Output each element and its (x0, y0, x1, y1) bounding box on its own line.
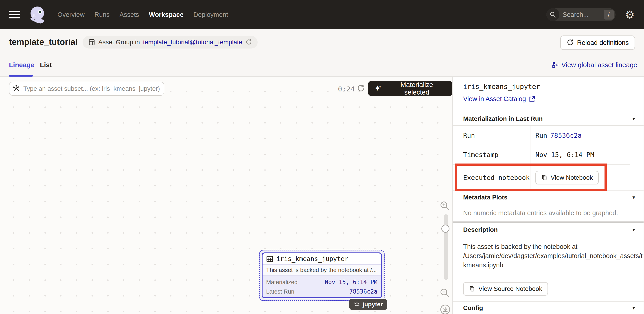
chevron-down-icon[interactable]: ▼ (632, 116, 636, 122)
materialized-row: Materialized Nov 15, 6:14 PM (266, 277, 378, 287)
section-title: Metadata Plots (463, 194, 508, 201)
timestamp-label: Timestamp (453, 151, 530, 159)
nav-links: Overview Runs Assets Workspace Deploymen… (58, 11, 228, 19)
section-metadata-plots[interactable]: Metadata Plots ▼ (453, 190, 644, 204)
nav-item-runs[interactable]: Runs (94, 11, 110, 19)
chevron-down-icon[interactable]: ▼ (632, 195, 636, 200)
zoom-out-icon[interactable] (439, 287, 450, 298)
chevron-down-icon[interactable]: ▼ (632, 305, 636, 311)
section-title: Materialization in Last Run (463, 115, 543, 122)
asset-group-label: Asset Group in (98, 39, 140, 46)
nav-item-assets[interactable]: Assets (120, 11, 139, 19)
tab-list[interactable]: List (40, 61, 52, 69)
latest-run-row: Latest Run 78536c2a (266, 287, 378, 296)
sparkles-icon: ✦✦ (374, 85, 384, 93)
zoom-slider-handle[interactable] (442, 225, 450, 233)
tab-lineage[interactable]: Lineage (9, 61, 34, 69)
section-title: Description (463, 226, 498, 233)
lineage-graph-panel[interactable]: 0:24 ✦✦ Materialize selected iris_kmeans… (0, 77, 453, 314)
description-line: kmeans.ipynb (463, 260, 640, 270)
asset-node-description: This asset is backed by the notebook at … (262, 265, 381, 275)
metadata-plots-empty-message: No numeric metadata entries available to… (463, 209, 618, 217)
external-link-icon (529, 96, 536, 102)
table-row-executed-notebook: Executed notebook View Notebook (453, 165, 630, 190)
run-id-link[interactable]: 78536c2a (550, 132, 582, 139)
fit-view-button[interactable] (440, 304, 450, 314)
table-column-divider (530, 126, 530, 190)
run-label: Run (453, 132, 530, 139)
reload-definitions-label: Reload definitions (577, 39, 629, 47)
settings-gear-button[interactable]: ⚙ (625, 9, 634, 20)
jupyter-tag-label: jupyter (362, 301, 383, 308)
run-value: Run 78536c2a (530, 132, 582, 139)
description-line: /Users/jamie/dev/dagster/examples/tutori… (463, 251, 640, 260)
search-placeholder: Search... (562, 11, 604, 19)
render-timer: 0:24 (338, 85, 355, 93)
zoom-slider[interactable] (444, 214, 448, 280)
latest-run-label: Latest Run (266, 288, 294, 295)
view-in-asset-catalog-label: View in Asset Catalog (463, 95, 526, 103)
view-source-notebook-label: View Source Notebook (478, 285, 542, 292)
copy-icon (469, 286, 475, 292)
jupyter-tag[interactable]: jupyter (349, 299, 387, 310)
materialize-selected-label: Materialize selected (388, 81, 446, 96)
view-global-asset-lineage-label: View global asset lineage (562, 61, 637, 69)
nav-item-overview[interactable]: Overview (58, 11, 84, 19)
table-row-timestamp: Timestamp Nov 15, 6:14 PM (453, 145, 630, 165)
asset-group-grid-icon (88, 39, 95, 46)
hamburger-menu-button[interactable] (9, 11, 20, 19)
lineage-icon (552, 62, 558, 68)
view-global-asset-lineage-link[interactable]: View global asset lineage (552, 61, 637, 69)
reload-group-icon[interactable] (246, 39, 252, 45)
view-notebook-button[interactable]: View Notebook (536, 171, 599, 184)
copy-icon (541, 175, 548, 181)
slash-shortcut-badge: / (604, 10, 614, 20)
view-notebook-label: View Notebook (551, 174, 593, 181)
refresh-graph-icon[interactable] (357, 85, 365, 93)
page-title: template_tutorial (9, 37, 78, 47)
asset-group-pill: Asset Group in template_tutorial@tutoria… (82, 36, 258, 49)
description-text: This asset is backed by the notebook at … (463, 242, 640, 270)
zoom-in-icon[interactable] (439, 200, 450, 211)
section-description[interactable]: Description ▼ (453, 223, 644, 237)
materialized-value[interactable]: Nov 15, 6:14 PM (325, 279, 378, 285)
top-nav: Overview Runs Assets Workspace Deploymen… (0, 0, 644, 29)
table-row-run: Run Run 78536c2a (453, 126, 630, 145)
main-content: 0:24 ✦✦ Materialize selected iris_kmeans… (0, 77, 644, 314)
materialize-selected-button[interactable]: ✦✦ Materialize selected (368, 81, 452, 96)
section-title: Config (463, 304, 483, 311)
dagster-logo[interactable] (28, 5, 47, 24)
asset-detail-sidebar: iris_kmeans_jupyter View in Asset Catalo… (453, 77, 644, 314)
reload-definitions-button[interactable]: Reload definitions (560, 36, 635, 50)
sidebar-asset-name: iris_kmeans_jupyter (463, 83, 540, 91)
view-source-notebook-button[interactable]: View Source Notebook (463, 282, 548, 295)
last-run-table: Run Run 78536c2a Timestamp Nov 15, 6:14 … (453, 126, 630, 190)
asset-node-selection[interactable]: iris_kmeans_jupyter This asset is backed… (259, 250, 384, 301)
dagster-app: Overview Runs Assets Workspace Deploymen… (0, 0, 644, 314)
section-materialization-last-run[interactable]: Materialization in Last Run ▼ (453, 112, 644, 126)
asset-filter-input[interactable] (9, 82, 164, 96)
section-config[interactable]: Config ▼ (453, 301, 644, 314)
executed-notebook-label: Executed notebook (453, 174, 530, 181)
materialized-label: Materialized (266, 279, 298, 286)
nav-item-deployment[interactable]: Deployment (194, 11, 228, 19)
chevron-down-icon[interactable]: ▼ (632, 227, 636, 232)
page-header: template_tutorial Asset Group in templat… (0, 29, 644, 77)
view-in-asset-catalog-link[interactable]: View in Asset Catalog (463, 95, 536, 103)
executed-notebook-value: View Notebook (530, 171, 599, 184)
asset-node[interactable]: iris_kmeans_jupyter This asset is backed… (262, 252, 382, 298)
asset-node-name: iris_kmeans_jupyter (276, 255, 348, 262)
active-tab-underline (9, 75, 33, 77)
timestamp-value: Nov 15, 6:14 PM (530, 151, 594, 159)
latest-run-value[interactable]: 78536c2a (350, 288, 378, 295)
run-value-prefix: Run (536, 132, 547, 139)
refresh-icon (566, 39, 574, 46)
search-icon (546, 8, 560, 21)
jupyter-icon (354, 301, 360, 307)
description-line: This asset is backed by the notebook at (463, 242, 640, 251)
search-input[interactable]: Search... / (546, 8, 616, 21)
table-icon (266, 255, 273, 262)
nav-item-workspace[interactable]: Workspace (149, 11, 184, 19)
asset-node-header: iris_kmeans_jupyter (262, 253, 381, 265)
asset-group-link[interactable]: template_tutorial@tutorial_template (143, 39, 242, 46)
